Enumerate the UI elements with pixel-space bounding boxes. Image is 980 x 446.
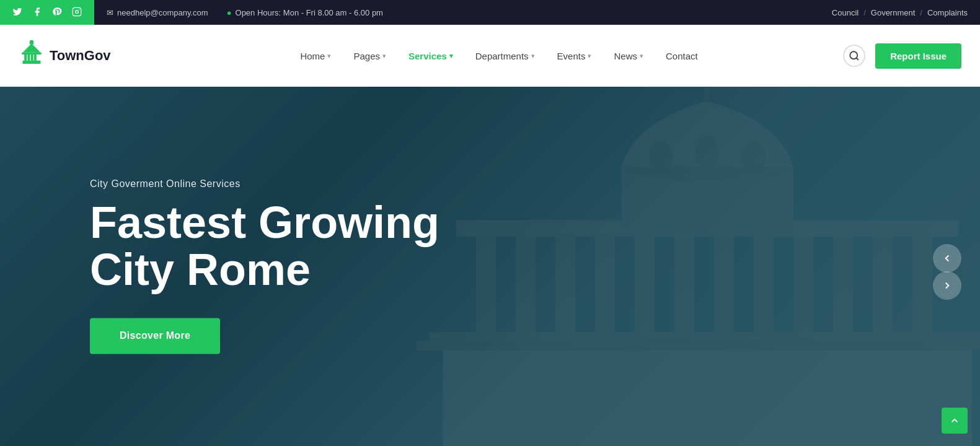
council-link[interactable]: Council [832, 8, 859, 17]
government-link[interactable]: Government [871, 8, 916, 17]
svg-point-2 [79, 9, 79, 9]
chevron-down-icon: ▾ [531, 52, 535, 60]
nav-events[interactable]: Events ▾ [546, 45, 603, 68]
svg-rect-7 [34, 54, 37, 61]
hero-section: City Goverment Online Services Fastest G… [0, 87, 980, 446]
chevron-down-icon: ▾ [449, 52, 453, 60]
svg-rect-4 [24, 54, 27, 61]
chevron-down-icon: ▾ [327, 52, 331, 60]
hero-title: Fastest Growing City Rome [90, 199, 439, 293]
hero-prev-button[interactable] [933, 244, 961, 273]
nav-contact[interactable]: Contact [655, 45, 709, 68]
logo-icon [19, 40, 45, 72]
facebook-icon[interactable] [32, 7, 42, 19]
scroll-to-top-button[interactable] [942, 408, 968, 434]
nav-pages[interactable]: Pages ▾ [342, 45, 397, 68]
email-info: ✉ needhelp@company.com [107, 8, 208, 17]
svg-point-12 [850, 51, 857, 59]
hours-info: ● Open Hours: Mon - Fri 8.00 am - 6.00 p… [227, 8, 383, 17]
svg-point-1 [76, 10, 79, 13]
report-issue-button[interactable]: Report Issue [875, 43, 961, 69]
email-text: needhelp@company.com [117, 8, 208, 17]
hero-content: City Goverment Online Services Fastest G… [90, 178, 439, 354]
svg-rect-8 [22, 52, 42, 54]
top-info: ✉ needhelp@company.com ● Open Hours: Mon… [94, 8, 819, 17]
search-button[interactable] [843, 45, 865, 67]
separator-2: / [920, 8, 922, 17]
chevron-down-icon: ▾ [640, 52, 643, 60]
twitter-icon[interactable] [12, 7, 22, 19]
nav-services[interactable]: Services ▾ [397, 45, 464, 68]
logo-text: TownGov [50, 48, 111, 64]
top-bar: ✉ needhelp@company.com ● Open Hours: Mon… [0, 0, 980, 25]
nav-news[interactable]: News ▾ [603, 45, 655, 68]
svg-rect-3 [23, 60, 41, 63]
hours-text: Open Hours: Mon - Fri 8.00 am - 6.00 pm [236, 8, 383, 17]
pinterest-icon[interactable] [52, 7, 62, 19]
separator-1: / [863, 8, 866, 17]
svg-rect-6 [31, 54, 33, 61]
nav-bar: TownGov Home ▾ Pages ▾ Services ▾ Depart… [0, 25, 980, 87]
clock-icon: ● [227, 8, 232, 17]
social-icons [0, 0, 94, 25]
email-icon: ✉ [107, 8, 113, 17]
chevron-down-icon: ▾ [588, 52, 591, 60]
hero-subtitle: City Goverment Online Services [90, 178, 439, 190]
complaints-link[interactable]: Complaints [927, 8, 968, 17]
nav-links: Home ▾ Pages ▾ Services ▾ Departments ▾ … [155, 45, 843, 68]
hero-next-button[interactable] [933, 271, 961, 300]
logo[interactable]: TownGov [19, 40, 155, 72]
svg-rect-5 [27, 54, 30, 61]
chevron-down-icon: ▾ [382, 52, 386, 60]
top-right-links: Council / Government / Complaints [819, 8, 980, 17]
svg-line-13 [857, 58, 859, 59]
svg-marker-9 [23, 43, 41, 52]
nav-actions: Report Issue [843, 43, 961, 69]
nav-home[interactable]: Home ▾ [289, 45, 342, 68]
nav-departments[interactable]: Departments ▾ [464, 45, 546, 68]
discover-more-button[interactable]: Discover More [90, 318, 220, 354]
svg-rect-0 [73, 7, 81, 15]
instagram-icon[interactable] [72, 7, 82, 19]
